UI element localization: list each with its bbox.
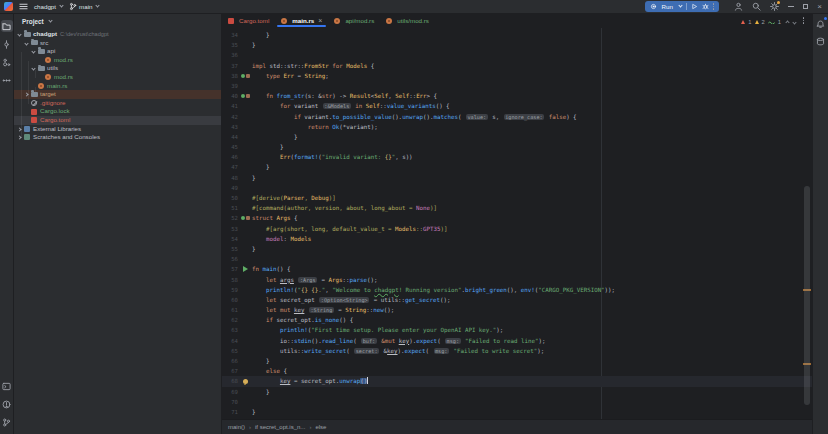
code-line[interactable]: 42 if variant.to_possible_value().unwrap… [222, 112, 812, 122]
notifications-bell-icon[interactable] [815, 17, 827, 29]
implemented-gutter-icon[interactable] [238, 71, 252, 81]
tab-cargo.toml[interactable]: Cargo.toml [222, 14, 275, 27]
tab-main.rs[interactable]: main.rs× [275, 14, 328, 27]
commit-tool-icon[interactable] [1, 38, 13, 50]
code-line[interactable]: 37impl std::str::FromStr for Models { [222, 61, 812, 71]
inspections-widget[interactable]: 1 2 1 [741, 19, 796, 25]
run-button[interactable] [691, 3, 698, 11]
code-line[interactable]: 43 return Ok(*variant); [222, 122, 812, 132]
next-problem-icon[interactable] [792, 20, 796, 24]
tree-item-external-libraries[interactable]: External Libraries [14, 125, 221, 134]
account-icon[interactable] [734, 2, 743, 11]
tree-item-target[interactable]: target [14, 90, 221, 99]
code-line[interactable]: 50#[derive(Parser, Debug)] [222, 193, 812, 203]
code-line[interactable]: 60 let secret_opt :Option<String> = util… [222, 295, 812, 305]
code-line[interactable]: 71} [222, 407, 812, 417]
code-line[interactable]: 35} [222, 40, 812, 50]
vcs-widget[interactable]: main [69, 2, 99, 12]
tree-item-cargo.lock[interactable]: Cargo.lock [14, 107, 221, 116]
implemented-gutter-icon[interactable] [238, 91, 252, 101]
tree-item-cargo.toml[interactable]: Cargo.toml [14, 116, 221, 125]
structure-tool-icon[interactable] [1, 56, 13, 68]
code-line[interactable]: 52struct Args { [222, 213, 812, 223]
code-line[interactable]: 51#[command(author, version, about, long… [222, 203, 812, 213]
code-line[interactable]: 66 } [222, 356, 812, 366]
tree-item-src[interactable]: src [14, 39, 221, 48]
code-line[interactable]: 44 } [222, 132, 812, 142]
project-tool-icon[interactable] [1, 20, 13, 32]
code-line[interactable]: 68 key = secret_opt.unwrap() [222, 376, 812, 386]
code-line[interactable]: 70 [222, 397, 812, 407]
tab-close-icon[interactable]: × [318, 17, 322, 24]
run-gutter-icon[interactable] [238, 264, 252, 274]
debug-button[interactable] [702, 3, 709, 11]
breadcrumb-item[interactable]: main() [228, 424, 245, 430]
code-editor[interactable]: 34 }35}3637impl std::str::FromStr for Mo… [222, 28, 812, 419]
code-line[interactable]: 56 [222, 254, 812, 264]
tree-item-utils[interactable]: utils [14, 64, 221, 73]
main-menu-icon[interactable] [19, 2, 28, 11]
scrollbar-thumb[interactable] [804, 186, 810, 405]
code-line[interactable]: 53 #[arg(short, long, default_value_t = … [222, 224, 812, 234]
code-line[interactable]: 36 [222, 50, 812, 60]
tab-utils-mod.rs[interactable]: utils/mod.rs [380, 14, 435, 27]
tree-item-mod.rs[interactable]: mod.rs [14, 73, 221, 82]
implemented-gutter-icon[interactable] [238, 213, 252, 223]
branch-icon [69, 2, 77, 12]
more-tools-icon[interactable] [1, 74, 13, 86]
code-line[interactable]: 54 model: Models [222, 234, 812, 244]
code-line[interactable]: 59 println!("{} {}.", "Welcome to chadgp… [222, 285, 812, 295]
code-line[interactable]: 67 else { [222, 366, 812, 376]
code-line[interactable]: 58 let args :Args = Args::parse(); [222, 275, 812, 285]
code-line[interactable]: 41 for variant :&Models in Self::value_v… [222, 101, 812, 111]
search-everywhere-icon[interactable] [752, 2, 761, 11]
code-line[interactable]: 61 let mut key :String = String::new(); [222, 305, 812, 315]
code-line[interactable]: 39 [222, 81, 812, 91]
gutter-slot [238, 193, 252, 203]
tree-item-mod.rs[interactable]: mod.rs [14, 56, 221, 65]
code-line[interactable]: 64 io::stdin().read_line( buf: &mut key)… [222, 336, 812, 346]
project-panel-header[interactable]: Project [14, 14, 221, 28]
lightbulb-icon[interactable] [238, 376, 252, 386]
inlay-hint: value: [466, 114, 488, 120]
terminal-tool-icon[interactable] [1, 380, 13, 392]
prev-problem-icon[interactable] [785, 20, 789, 24]
editor-scrollbar[interactable] [803, 14, 811, 405]
database-tool-icon[interactable] [815, 35, 827, 47]
code-line[interactable]: 49 [222, 183, 812, 193]
code-line[interactable]: 62 if secret_opt.is_none() { [222, 315, 812, 325]
line-number: 47 [222, 162, 238, 172]
code-line[interactable]: 48} [222, 173, 812, 183]
window-maximize-button[interactable] [803, 4, 808, 9]
code-line[interactable]: 69 } [222, 387, 812, 397]
tree-item-main.rs[interactable]: main.rs [14, 82, 221, 91]
tree-item-chadgpt[interactable]: chadgptC:\dev\rust\chadgpt [14, 30, 221, 39]
code-text: fn from_str(s: &str) -> Result<Self, Sel… [252, 91, 437, 101]
code-line[interactable]: 38 type Err = String; [222, 71, 812, 81]
code-line[interactable]: 57fn main() { [222, 264, 812, 274]
code-line[interactable]: 46 Err(format!("invalid variant: {}", s)… [222, 152, 812, 162]
code-line[interactable]: 40 fn from_str(s: &str) -> Result<Self, … [222, 91, 812, 101]
problems-tool-icon[interactable] [1, 398, 13, 410]
tree-item-scratches-and-consoles[interactable]: Scratches and Consoles [14, 133, 221, 142]
code-line[interactable]: 65 utils::write_secret( secret: &key).ex… [222, 346, 812, 356]
tree-item-.gitignore[interactable]: .gitignore [14, 99, 221, 108]
breadcrumb-item[interactable]: if secret_opt.is_n... [255, 424, 305, 430]
code-text: utils::write_secret( secret: &key).expec… [252, 346, 544, 356]
code-line[interactable]: 47 } [222, 162, 812, 172]
run-widget[interactable]: Run [645, 1, 719, 12]
gutter-slot [238, 30, 252, 40]
code-line[interactable]: 34 } [222, 30, 812, 40]
breadcrumb-item[interactable]: else [315, 424, 326, 430]
code-line[interactable]: 45 } [222, 142, 812, 152]
version-control-tool-icon[interactable] [1, 416, 13, 428]
tab-api-mod.rs[interactable]: api/mod.rs [328, 14, 380, 27]
code-line[interactable]: 63 println!("First time setup. Please en… [222, 325, 812, 335]
settings-gear-icon[interactable] [770, 2, 779, 11]
project-widget[interactable]: chadgpt [34, 3, 63, 10]
run-more-icon[interactable] [713, 2, 715, 11]
window-minimize-button[interactable] [788, 6, 794, 7]
code-line[interactable]: 55} [222, 244, 812, 254]
window-close-button[interactable]: × [817, 4, 822, 10]
tree-item-api[interactable]: api [14, 47, 221, 56]
